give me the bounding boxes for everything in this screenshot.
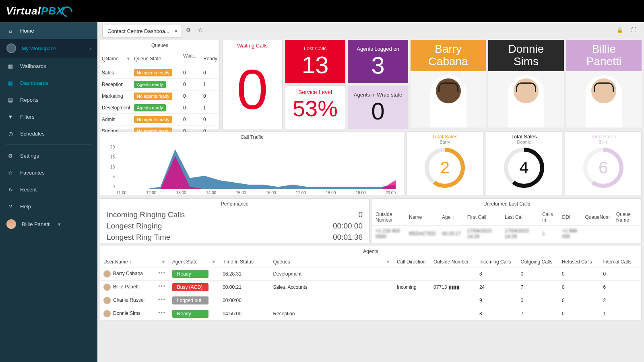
nav-icon: ⚙ [6, 152, 14, 160]
total-sales-sub: Barry [407, 140, 483, 144]
lost-row[interactable]: +1 216 403 0000REDACTED00:20:1717/04/202… [372, 242, 641, 244]
row-menu-icon[interactable]: ••• [158, 270, 166, 276]
user-avatar-icon [6, 219, 16, 229]
queue-row[interactable]: MarketingNo agents ready00 [100, 90, 219, 102]
sidebar-item-label: Favourites [20, 170, 45, 176]
filter-icon[interactable]: ▼ [161, 259, 166, 265]
queue-row[interactable]: ReceptionAgents ready01 [100, 79, 219, 90]
sidebar-item-help[interactable]: ?Help [0, 198, 97, 215]
top-bar: VirtualPBX [0, 0, 644, 22]
row-menu-icon[interactable]: ••• [158, 310, 166, 316]
queue-row[interactable]: DevelopmentAgents ready01 [100, 102, 219, 114]
waiting-calls-label: Waiting Calls [223, 40, 282, 49]
sales-ring-panel: Total Sales Billie 6 [565, 132, 642, 196]
agents-col[interactable]: Queues▼ [270, 257, 394, 267]
lost-col[interactable]: Calls In [539, 209, 559, 226]
col-qname[interactable]: QName▼ [100, 51, 132, 67]
service-level-value: 53% [285, 95, 345, 121]
lost-col[interactable]: QueueNum [582, 209, 613, 226]
star-icon[interactable]: ☆ [198, 27, 206, 35]
agents-col[interactable]: User Name ↑▼ [100, 257, 169, 267]
queues-panel: Queues QName▼ Queue State Waiti... Ready… [100, 40, 220, 129]
sidebar-item-filters[interactable]: ▼Filters [0, 108, 97, 125]
headset-icon [516, 82, 536, 92]
filter-icon[interactable]: ▼ [126, 56, 131, 62]
agents-wrap-tile: Agents in Wrap state 0 [348, 86, 408, 129]
agent-row[interactable]: Charlie Russell ••• Logged out 00:00:00 … [100, 294, 641, 307]
sidebar-item-label: Schedules [20, 131, 45, 137]
nav-icon: ☆ [6, 169, 14, 177]
filter-icon[interactable]: ▼ [211, 259, 216, 265]
col-qstate[interactable]: Queue State [132, 51, 182, 67]
service-level-label: Service Level [285, 89, 345, 95]
agents-logged-value: 3 [348, 53, 408, 78]
gear-icon[interactable]: ⚙ [186, 27, 194, 35]
lost-col[interactable]: Outside Number [372, 209, 406, 226]
row-menu-icon[interactable]: ••• [158, 284, 166, 289]
sidebar-item-schedules[interactable]: ◷Schedules [0, 125, 97, 142]
performance-row: Longest Ring Time00:01:36 [100, 232, 369, 243]
nav-icon: ↻ [6, 185, 14, 193]
lost-calls-tile: Lost Calls 13 [285, 40, 345, 83]
lost-col[interactable]: Name [406, 209, 439, 226]
sales-ring-panel: Total Sales Barry 2 [407, 132, 483, 196]
sidebar-user[interactable]: Billie Panetti ▾ [0, 215, 97, 233]
agents-col[interactable]: Internal Calls [600, 257, 641, 267]
sidebar-home-label: Home [20, 28, 34, 34]
agents-col[interactable]: Agent State▼ [169, 257, 219, 267]
sidebar-item-wallboards[interactable]: ▦Wallboards [0, 58, 97, 74]
sidebar-item-recent[interactable]: ↻Recent [0, 181, 97, 198]
performance-row: Incoming Ringing Calls0 [100, 209, 369, 220]
lock-icon[interactable]: 🔒 [617, 27, 625, 35]
filter-icon[interactable]: ▼ [386, 259, 390, 265]
nav-icon: ▤ [6, 96, 14, 104]
lost-col[interactable]: DDI [559, 209, 582, 226]
lost-calls-table: Outside NumberNameAge ↓First CallLast Ca… [372, 209, 641, 243]
agent-photo [488, 71, 564, 128]
sidebar-item-favourites[interactable]: ☆Favourites [0, 164, 97, 181]
queue-row[interactable]: SalesNo agents ready00 [100, 67, 219, 79]
sidebar-item-dashboards[interactable]: ▦Dashboards [0, 74, 97, 91]
agent-row[interactable]: Donnie Sims ••• Ready 04:55:00Reception … [100, 307, 641, 321]
call-traffic-panel: Call Traffic 20151050 11:0012:0013:0014:… [100, 132, 404, 196]
lost-col[interactable]: First Call [464, 209, 502, 226]
row-menu-icon[interactable]: ••• [158, 297, 166, 302]
agents-col[interactable]: Incoming Calls [476, 257, 518, 267]
agent-photo [566, 71, 642, 128]
workspace-icon [6, 43, 16, 53]
lost-calls-title: Unreturned Lost Calls [372, 199, 641, 209]
agents-col[interactable]: Outside Number [430, 257, 476, 267]
toolbar: Contact Centre Dashboa... ⚙ ☆ 🔒 ⛶ [97, 22, 644, 40]
dashboard-dropdown[interactable]: Contact Centre Dashboa... [102, 25, 182, 37]
agents-col[interactable]: Time In Status [219, 257, 270, 267]
agent-row[interactable]: Barry Cabana ••• Ready 06:28:31Developme… [100, 267, 641, 281]
col-waiting[interactable]: Waiti... [182, 51, 202, 67]
col-ready[interactable]: Ready [202, 51, 219, 67]
sales-ring: 6 [583, 148, 623, 188]
sidebar-workspace[interactable]: My Workspace › [0, 39, 97, 58]
headset-icon [594, 82, 614, 92]
agent-row[interactable]: Billie Panetti ••• Busy (ACD) 00:00:21Sa… [100, 281, 641, 294]
lost-col[interactable]: Last Call [502, 209, 539, 226]
queue-row[interactable]: AdminNo agents ready00 [100, 114, 219, 125]
fullscreen-icon[interactable]: ⛶ [631, 27, 639, 35]
sidebar-item-settings[interactable]: ⚙Settings [0, 147, 97, 164]
logged-wrap-col: Agents Logged on 3 Agents in Wrap state … [348, 40, 408, 129]
sidebar-item-reports[interactable]: ▤Reports [0, 91, 97, 108]
lost-col[interactable]: Queue Name [613, 209, 641, 226]
call-traffic-title: Call Traffic [100, 132, 404, 142]
lost-row[interactable]: +1 216 403 0000REDACTED00:20:1717/04/202… [372, 226, 641, 242]
agents-col[interactable]: Outgoing Calls [517, 257, 559, 267]
lost-col[interactable]: Age ↓ [439, 209, 464, 226]
agents-col[interactable]: Refused Calls [559, 257, 600, 267]
agent-photo [411, 71, 486, 128]
agents-title: Agents [100, 246, 641, 257]
nav-icon: ▼ [6, 113, 14, 121]
agents-col[interactable]: Call Direction [394, 257, 430, 267]
headset-icon [438, 82, 458, 92]
agents-logged-label: Agents Logged on [348, 46, 408, 52]
performance-title: Performance [100, 199, 369, 209]
service-level-tile: Service Level 53% [285, 85, 345, 129]
sidebar-home[interactable]: ⌂ Home [0, 22, 97, 39]
agents-table: User Name ↑▼Agent State▼Time In StatusQu… [100, 257, 641, 321]
